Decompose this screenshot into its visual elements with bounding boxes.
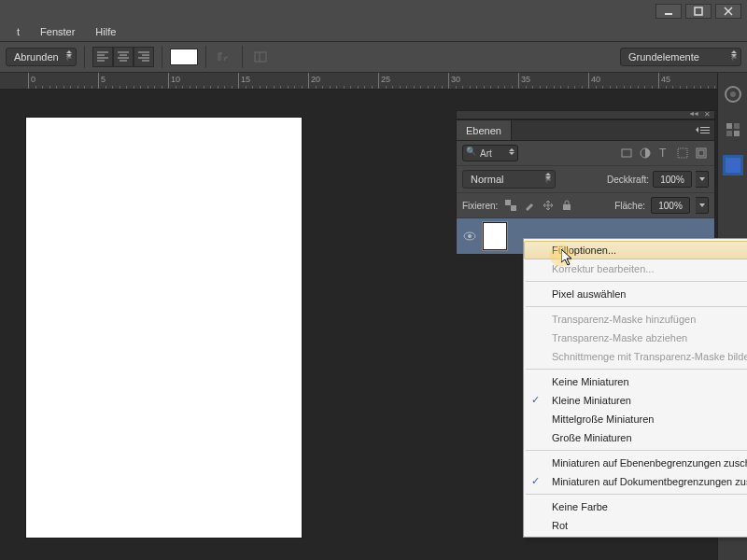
optionbar: Abrunden Grundelemente bbox=[0, 41, 747, 73]
align-right-button[interactable] bbox=[134, 47, 154, 67]
cm-item[interactable]: ✓Miniaturen auf Dokumentbegrenzungen zus… bbox=[524, 472, 747, 491]
horizontal-ruler[interactable]: 0510152025303540455055606570 bbox=[0, 73, 747, 90]
color-wheel-icon[interactable] bbox=[723, 84, 743, 105]
opacity-input[interactable]: 100% bbox=[653, 171, 692, 188]
svg-rect-25 bbox=[622, 149, 631, 157]
workspace-dropdown[interactable]: Grundelemente bbox=[620, 48, 741, 66]
lock-transparency-icon[interactable] bbox=[503, 198, 518, 213]
filter-smart-icon[interactable] bbox=[694, 146, 709, 161]
layer-context-menu: Fülloptionen...Korrektur bearbeiten...Pi… bbox=[523, 238, 747, 538]
close-button[interactable] bbox=[715, 4, 741, 19]
svg-rect-30 bbox=[698, 150, 704, 156]
color-icon[interactable] bbox=[723, 155, 743, 175]
cm-item[interactable]: Fülloptionen... bbox=[524, 241, 747, 259]
warp-text-button[interactable] bbox=[214, 47, 234, 67]
svg-rect-20 bbox=[726, 123, 732, 129]
layer-thumbnail[interactable] bbox=[483, 222, 507, 250]
cm-item[interactable]: ✓Kleine Miniaturen bbox=[524, 391, 747, 410]
cm-item[interactable]: Keine Miniaturen bbox=[524, 372, 747, 391]
svg-rect-32 bbox=[511, 205, 516, 211]
svg-text:T: T bbox=[659, 147, 667, 160]
align-center-button[interactable] bbox=[113, 47, 134, 67]
cm-item[interactable]: Rot bbox=[524, 516, 747, 535]
lock-brush-icon[interactable] bbox=[522, 198, 537, 213]
layer-filter-dropdown[interactable]: Art bbox=[462, 145, 518, 161]
color-swatch[interactable] bbox=[170, 49, 198, 65]
svg-point-19 bbox=[730, 91, 736, 97]
blend-mode-label: Normal bbox=[471, 174, 503, 185]
swatches-icon[interactable] bbox=[723, 119, 743, 140]
lock-move-icon[interactable] bbox=[541, 198, 556, 213]
fill-label: Fläche: bbox=[614, 201, 645, 211]
panel-menu-button[interactable] bbox=[696, 120, 714, 140]
cm-item: Schnittmenge mit Transparenz-Maske bilde… bbox=[524, 347, 747, 366]
svg-rect-24 bbox=[726, 158, 740, 173]
svg-rect-31 bbox=[505, 200, 511, 205]
svg-point-35 bbox=[468, 234, 472, 238]
panel-toggle-button[interactable] bbox=[250, 47, 271, 67]
layers-panel-group: Ebenen Art T Normal Deckkraft: 100 bbox=[456, 110, 715, 255]
menu-item-fenster[interactable]: Fenster bbox=[31, 24, 84, 39]
separator bbox=[242, 46, 243, 68]
svg-rect-21 bbox=[734, 123, 740, 129]
cm-item[interactable]: Pixel auswählen bbox=[524, 285, 747, 303]
layers-tab[interactable]: Ebenen bbox=[457, 120, 512, 140]
blend-mode-dropdown[interactable]: Normal bbox=[462, 170, 556, 189]
layer-filter-label: Art bbox=[480, 148, 492, 159]
minimize-button[interactable] bbox=[655, 4, 682, 19]
svg-rect-28 bbox=[678, 148, 687, 158]
corner-style-dropdown[interactable]: Abrunden bbox=[6, 48, 77, 66]
cm-item[interactable]: Große Miniaturen bbox=[524, 428, 747, 447]
titlebar bbox=[0, 0, 747, 22]
cm-item: Transparenz-Maske abziehen bbox=[524, 329, 747, 347]
fill-caret[interactable] bbox=[696, 197, 709, 214]
panel-collapse-bar[interactable] bbox=[456, 110, 715, 119]
cm-item[interactable]: Keine Farbe bbox=[524, 497, 747, 516]
menu-item-truncated[interactable]: t bbox=[7, 24, 29, 39]
align-group bbox=[92, 47, 154, 67]
opacity-label: Deckkraft: bbox=[607, 175, 649, 185]
align-left-button[interactable] bbox=[92, 47, 113, 67]
separator bbox=[205, 46, 206, 68]
workspace-label: Grundelemente bbox=[628, 51, 699, 63]
visibility-icon[interactable] bbox=[462, 229, 477, 244]
cm-item: Korrektur bearbeiten... bbox=[524, 259, 747, 278]
layers-panel: Ebenen Art T Normal Deckkraft: 100 bbox=[456, 119, 715, 255]
filter-pixel-icon[interactable] bbox=[619, 146, 634, 161]
filter-adjust-icon[interactable] bbox=[638, 146, 653, 161]
opacity-caret[interactable] bbox=[696, 171, 709, 188]
lock-all-icon[interactable] bbox=[559, 198, 574, 213]
menu-item-hilfe[interactable]: Hilfe bbox=[86, 24, 125, 39]
cm-item[interactable]: Mittelgroße Miniaturen bbox=[524, 410, 747, 428]
cm-item: Transparenz-Maske hinzufügen bbox=[524, 310, 747, 329]
filter-shape-icon[interactable] bbox=[675, 146, 690, 161]
svg-rect-16 bbox=[255, 52, 266, 62]
canvas[interactable] bbox=[26, 118, 302, 538]
svg-rect-1 bbox=[695, 7, 702, 15]
separator bbox=[84, 46, 85, 68]
lock-label: Fixieren: bbox=[462, 201, 498, 211]
svg-rect-23 bbox=[734, 131, 740, 136]
maximize-button[interactable] bbox=[685, 4, 712, 19]
fill-input[interactable]: 100% bbox=[651, 197, 690, 214]
svg-rect-33 bbox=[563, 204, 571, 210]
filter-type-icon[interactable]: T bbox=[656, 146, 671, 161]
svg-rect-22 bbox=[726, 131, 732, 136]
menubar: t Fenster Hilfe bbox=[0, 22, 747, 41]
cm-item[interactable]: Miniaturen auf Ebenenbegrenzungen zuschn… bbox=[524, 454, 747, 472]
separator bbox=[162, 46, 162, 68]
corner-style-label: Abrunden bbox=[14, 51, 59, 63]
